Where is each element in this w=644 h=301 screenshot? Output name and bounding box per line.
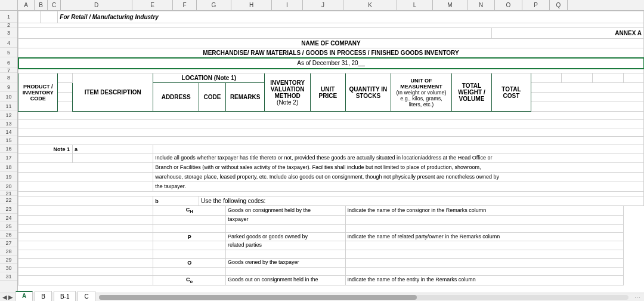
col-header-m[interactable]: M — [433, 0, 467, 10]
cell-r24-blank — [153, 216, 226, 225]
rownum-14: 14 — [0, 128, 17, 136]
cell-r22-b-label: b — [153, 196, 199, 206]
rownum-28: 28 — [0, 247, 17, 256]
cell-r12 — [18, 112, 644, 120]
rownum-13: 13 — [0, 119, 17, 128]
cell-subtitle: MERCHANDISE/ RAW MATERIALS / GOODS IN PR… — [18, 48, 644, 58]
cell-r7 — [18, 69, 644, 73]
col-header-n[interactable]: N — [467, 0, 495, 10]
cell-r27-abcd — [18, 241, 153, 250]
header-unit-price: UNIT PRICE — [310, 73, 345, 112]
header-location: LOCATION (Note 1) — [153, 73, 265, 83]
cell-r26-abcd — [18, 232, 153, 241]
col-header-b[interactable]: B — [35, 0, 48, 10]
cell-r2 — [18, 23, 644, 28]
col-header-a[interactable]: A — [18, 0, 35, 10]
grid-content[interactable]: For Retail / Manufacturing Industry ANNE… — [18, 11, 644, 293]
cell-r21 — [18, 192, 644, 196]
cell-r30-abcd — [18, 267, 153, 275]
cell-r25-blank — [153, 224, 226, 232]
rownum-16: 16 — [0, 145, 17, 153]
header-address: ADDRESS — [153, 83, 199, 112]
rownum-15: 15 — [0, 136, 17, 145]
co-subscript: o — [190, 279, 193, 284]
cell-r17-text: Include all goods whether taxpayer has t… — [153, 153, 644, 163]
grid-area: 1 2 3 4 5 6 7 8 9 10 11 12 13 14 15 16 1… — [0, 11, 644, 293]
rownum-10: 10 — [0, 92, 17, 102]
col-header-g[interactable]: G — [197, 0, 231, 10]
col-header-d[interactable]: D — [61, 0, 132, 10]
rownum-23: 23 — [0, 204, 17, 214]
rownum-18: 18 — [0, 162, 17, 172]
rownum-25: 25 — [0, 222, 17, 231]
cell-r25-blank2 — [226, 224, 346, 232]
spreadsheet: A B C D E F G H I J K L M N O P Q 1 2 3 … — [0, 0, 644, 301]
scrollbar-bottom[interactable]: ◀ ▶ A B B-1 C ⋯ — [0, 293, 644, 301]
col-header-j[interactable]: J — [303, 0, 343, 10]
header-uom: UNIT OFMEASUREMENT(In weight or volume)e… — [391, 73, 451, 112]
cell-r8-o — [562, 73, 593, 83]
cell-r28-abcd — [18, 250, 153, 259]
cell-annex: ANNEX A — [492, 28, 644, 39]
col-header-q[interactable]: Q — [550, 0, 568, 10]
rownum-8: 8 — [0, 73, 17, 82]
cell-r14 — [18, 128, 644, 137]
ch-subscript: H — [190, 209, 193, 214]
cell-r26-p: P — [153, 232, 226, 241]
cell-r25-blank3 — [345, 224, 624, 232]
sheet-tabs: A B B-1 C — [16, 293, 97, 302]
cell-r10-c — [58, 93, 73, 102]
cell-r27-blank — [153, 241, 226, 250]
cell-r28-blank2 — [226, 250, 346, 259]
cell-date[interactable]: As of December 31, 20__ — [18, 58, 644, 69]
rownum-9: 9 — [0, 82, 17, 92]
col-header-l[interactable]: L — [397, 0, 433, 10]
cell-title: For Retail / Manufacturing Industry — [58, 11, 644, 23]
scroll-left-icon[interactable]: ◀ — [2, 294, 7, 300]
col-header-k[interactable]: K — [343, 0, 397, 10]
cell-r9-n — [531, 83, 643, 93]
cell-r26-p-remark: Indicate the name of related party/owner… — [345, 232, 624, 241]
cell-r8-q — [624, 73, 644, 83]
header-remarks: REMARKS — [226, 83, 265, 112]
col-header-i[interactable]: I — [272, 0, 303, 10]
cell-r23-ch-desc: Goods on consignment held by the — [226, 206, 346, 216]
col-header-e[interactable]: E — [132, 0, 173, 10]
cell-r28-blank — [153, 250, 226, 259]
scroll-right-icon[interactable]: ▶ — [8, 294, 13, 300]
col-header-f[interactable]: F — [173, 0, 197, 10]
cell-r20-text: the taxpayer. — [153, 182, 644, 192]
header-qty-stocks: QUANTITY IN STOCKS — [345, 73, 391, 112]
header-inventory: INVENTORYVALUATIONMETHOD(Note 2) — [265, 73, 311, 112]
col-header-h[interactable]: H — [231, 0, 272, 10]
rownum-27: 27 — [0, 239, 17, 247]
cell-r8-n — [531, 73, 562, 83]
header-total-cost: TOTAL COST — [492, 73, 531, 112]
cell-b1 — [41, 11, 58, 23]
cell-r16-note1a-text — [153, 145, 644, 153]
header-total-weight: TOTAL WEIGHT / VOLUME — [451, 73, 492, 112]
h-scrollbar-thumb[interactable] — [99, 295, 417, 300]
col-header-p[interactable]: P — [522, 0, 550, 10]
dots-menu[interactable]: ⋯ — [631, 294, 644, 300]
cell-r25-abcd — [18, 224, 153, 232]
rownum-31: 31 — [0, 272, 17, 281]
cell-r23-abcd — [18, 206, 153, 216]
rownum-19: 19 — [0, 172, 17, 182]
cell-r30-blank2 — [226, 267, 346, 275]
cell-r16-note1a-label: a — [73, 145, 153, 153]
h-scrollbar-track[interactable] — [99, 295, 628, 300]
cell-r16-abc: Note 1 — [18, 145, 73, 153]
rownum-12: 12 — [0, 111, 17, 119]
cell-r24-blank2 — [345, 216, 624, 225]
rownum-21: 21 — [0, 191, 17, 196]
rownum-1: 1 — [0, 11, 17, 23]
cell-r15 — [18, 137, 644, 145]
rownum-6: 6 — [0, 57, 17, 68]
cell-r8-p — [593, 73, 624, 83]
rownum-4: 4 — [0, 38, 17, 48]
col-header-o[interactable]: O — [495, 0, 522, 10]
rownum-24: 24 — [0, 214, 17, 222]
cell-r8-c — [58, 73, 73, 83]
col-header-c[interactable]: C — [48, 0, 61, 10]
